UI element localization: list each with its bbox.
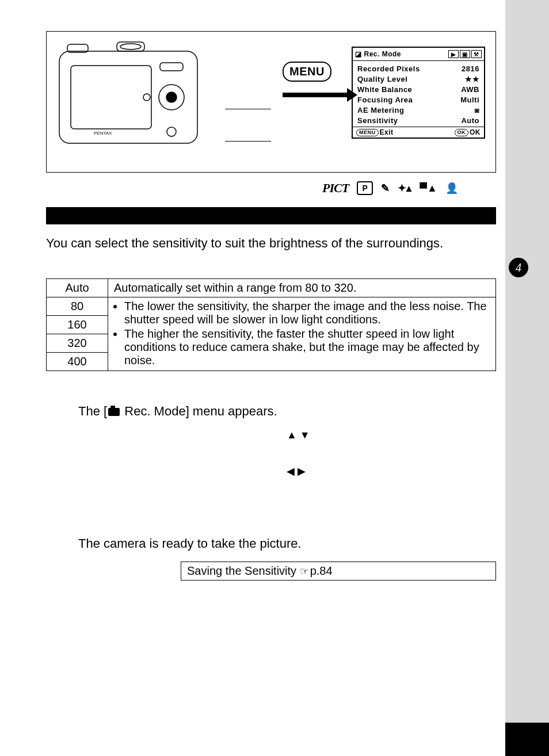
shooting-mode-row: PICT P ✎ ✦▴ ▀▲ 👤 (322, 181, 458, 196)
svg-point-9 (143, 94, 150, 101)
step-3-text: The camera is ready to take the picture. (78, 535, 496, 552)
ok-pill-icon: OK (455, 129, 469, 136)
pict-mode-icon: PICT (322, 181, 349, 196)
camera-illustration: PENTAX (54, 40, 209, 155)
cross-reference-box: Saving the Sensitivity ☞p.84 (181, 562, 496, 581)
text-run: Rec. Mode] menu appears. (121, 404, 277, 418)
lcd-footer-ok: OK (470, 128, 481, 136)
lcd-item-value: Auto (448, 116, 479, 125)
right-sidebar: 4 (505, 0, 549, 756)
sidebar-footer-block (505, 723, 549, 756)
sens-bullet: The higher the sensitivity, the faster t… (124, 327, 490, 367)
menu-button-label: MENU (283, 62, 331, 82)
lcd-rec-mode-menu: ◪ Rec. Mode ▶ ▣ ⚒ Recorded Pixels2816 Qu… (352, 47, 485, 139)
camera-icon (108, 408, 120, 416)
lcd-title: Rec. Mode (364, 50, 402, 58)
lcd-item-label: Focusing Area (357, 96, 413, 104)
lcd-item-label: AE Metering (357, 106, 404, 114)
chapter-tab: 4 (509, 258, 528, 277)
night-mode-icon: ✦▴ (398, 182, 411, 194)
left-right-arrows-icon: ◀ ▶ (287, 465, 306, 478)
ref-text: Saving the Sensitivity (187, 564, 300, 577)
pointer-hand-icon: ☞ (300, 566, 309, 577)
lcd-footer-exit: Exit (380, 128, 394, 136)
svg-rect-1 (71, 66, 151, 129)
sens-row-label: 160 (47, 316, 108, 334)
program-mode-icon: P (357, 181, 373, 195)
section-heading-bar (46, 207, 496, 224)
sens-row-label: 320 (47, 334, 108, 353)
arrow-right-icon (283, 89, 357, 101)
intro-paragraph: You can select the sensitivity to suit t… (46, 235, 496, 252)
step-1-text: The [ Rec. Mode] menu appears. (78, 403, 496, 420)
lcd-item-label: White Balance (357, 85, 412, 94)
ref-page: p.84 (310, 564, 333, 577)
sens-row-label: 400 (47, 353, 108, 371)
portrait-mode-icon: 👤 (445, 182, 458, 194)
svg-point-7 (120, 44, 141, 49)
lcd-item-value: ◙ (448, 106, 479, 114)
manual-page: 4 PENTAX MENU ◪ (0, 0, 549, 756)
svg-point-3 (166, 92, 177, 102)
setup-tab-icon: ⚒ (471, 50, 482, 58)
svg-point-8 (167, 127, 176, 136)
landscape-mode-icon: ▀▲ (420, 182, 437, 194)
svg-text:PENTAX: PENTAX (94, 131, 112, 136)
lcd-item-value: 2816 (448, 64, 479, 73)
lcd-item-label: Recorded Pixels (357, 64, 420, 73)
lcd-item-label: Sensitivity (357, 116, 398, 125)
lcd-tab-bar: ◪ Rec. Mode ▶ ▣ ⚒ (353, 48, 484, 61)
camera-icon: ◪ (355, 50, 362, 58)
sens-bullet: The lower the sensitivity, the sharper t… (124, 300, 490, 326)
menu-pill-icon: MENU (356, 129, 379, 136)
callout-line (225, 109, 271, 109)
sens-row-label: 80 (47, 297, 108, 316)
sens-row-label: Auto (47, 279, 108, 297)
lcd-item-value: Multi (448, 96, 479, 104)
diagram-box: PENTAX MENU ◪ Rec. Mode ▶ ▣ ⚒ Recorded P… (46, 31, 496, 173)
svg-rect-4 (160, 63, 183, 71)
lcd-item-value: AWB (448, 85, 479, 94)
play-tab-icon: ▶ (448, 50, 459, 58)
up-down-arrows-icon: ▲ ▼ (287, 429, 310, 441)
sens-auto-desc: Automatically set within a range from 80… (108, 279, 496, 297)
lcd-item-value: ★★ (448, 75, 479, 83)
callout-line (225, 141, 271, 142)
sens-fixed-desc: The lower the sensitivity, the sharper t… (108, 297, 496, 371)
playback-tab-icon: ▣ (460, 50, 470, 58)
sensitivity-table: Auto Automatically set within a range fr… (46, 278, 496, 371)
edit-mode-icon: ✎ (381, 182, 390, 194)
lcd-item-label: Quality Level (357, 75, 407, 83)
text-run: The [ (78, 404, 107, 418)
lcd-tab-icons: ▶ ▣ ⚒ (448, 50, 482, 58)
